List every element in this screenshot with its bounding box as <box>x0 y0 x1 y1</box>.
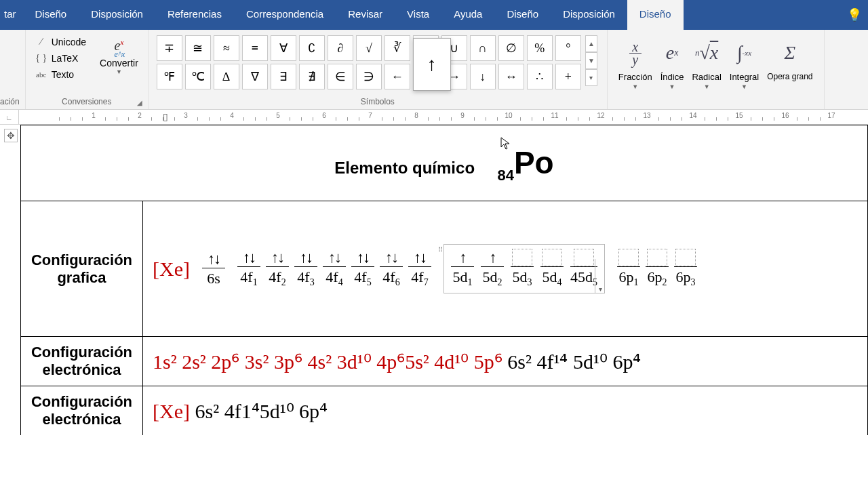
document-page: ✥ Elemento químico 84Po Configuración gr… <box>0 125 868 435</box>
table-move-handle[interactable]: ✥ <box>4 129 18 142</box>
convertir-button[interactable]: exe^x Convertir ▼ <box>96 35 142 78</box>
tab-design-active[interactable]: Diseño <box>627 0 684 30</box>
symbol-button[interactable]: ∛ <box>384 35 410 61</box>
group-conversiones-label: Conversiones◢ <box>31 96 142 108</box>
symbol-button[interactable]: ∴ <box>527 64 553 89</box>
tab-disposición[interactable]: Disposición <box>79 0 155 30</box>
row-label-elec2[interactable]: Configuración electrónica <box>21 386 143 436</box>
orbital: ↑↓4f3 <box>294 249 317 288</box>
scroll-more-icon[interactable]: ▾ <box>585 69 597 86</box>
orbital: 5d3 <box>511 249 534 288</box>
ec2-black: 6s² 4f1⁴5d¹⁰ 6p⁴ <box>190 400 328 422</box>
orbital: 6p3 <box>674 249 697 288</box>
symbol-button[interactable]: ∆ <box>214 64 239 89</box>
symbol-button[interactable]: ≅ <box>185 35 211 61</box>
symbol-button[interactable]: ≡ <box>242 35 268 61</box>
equation-options-icon[interactable]: ▾ <box>595 259 606 293</box>
tab-diseño[interactable]: Diseño <box>494 0 551 30</box>
tell-me-icon[interactable]: 💡 <box>841 0 868 30</box>
tab-referencias[interactable]: Referencias <box>155 0 234 30</box>
symbol-button[interactable]: ∅ <box>498 35 524 61</box>
tab-disposición[interactable]: Disposición <box>551 0 627 30</box>
unicode-button[interactable]: ∕Unicode <box>31 35 90 49</box>
symbol-button[interactable]: ∁ <box>299 35 325 61</box>
tab-ayuda[interactable]: Ayuda <box>441 0 494 30</box>
symbol-button[interactable]: √ <box>356 35 382 61</box>
indice-button[interactable]: exÍndice▼ <box>660 35 684 90</box>
row-label-elec1[interactable]: Configuración electrónica <box>21 337 143 386</box>
chevron-down-icon[interactable]: ▼ <box>632 83 638 90</box>
tab-stop-icon[interactable]: ∟ <box>0 110 19 125</box>
row-label-grafica[interactable]: Configuración grafica <box>21 201 143 337</box>
cell-elec2[interactable]: [Xe] 6s² 4f1⁴5d¹⁰ 6p⁴ <box>143 386 868 436</box>
orbital: ↑5d2 <box>481 249 504 288</box>
cell-elec1[interactable]: 1s² 2s² 2p⁶ 3s² 3p⁶ 4s² 3d¹⁰ 4p⁶5s² 4d¹⁰… <box>143 337 868 386</box>
symbol-button[interactable]: ↔ <box>498 64 524 89</box>
xe-core: [Xe] <box>153 258 190 281</box>
ruler[interactable]: ∟ 1234567891011121314151617▯ <box>0 110 868 125</box>
orbital: 5d4 <box>540 249 564 288</box>
symbol-button[interactable]: ℉ <box>157 64 182 89</box>
group-simbolos-label: Símbolos <box>154 96 601 108</box>
symbol-button[interactable]: ∇ <box>242 64 268 89</box>
symbols-scroll: ▲ ▼ ▾ <box>585 35 597 86</box>
tab-correspondencia[interactable]: Correspondencia <box>234 0 336 30</box>
title-text: Elemento químico <box>334 159 475 177</box>
symbol-button[interactable]: ∓ <box>157 35 182 61</box>
group-cut: ación <box>0 30 26 109</box>
texto-button[interactable]: abcTexto <box>31 68 90 81</box>
element-symbol: 84Po <box>497 145 553 180</box>
radical-button[interactable]: n√xRadical▼ <box>692 35 721 90</box>
symbol-button[interactable]: ° <box>555 35 581 61</box>
tab-cut[interactable]: tar <box>0 0 23 30</box>
orbital: ↑↓4f2 <box>266 249 289 288</box>
opgrande-button[interactable]: ΣOpera grand <box>767 35 812 81</box>
symbol-button[interactable]: % <box>527 35 553 61</box>
ec2-xe: [Xe] <box>153 400 190 422</box>
orbital: ↑↓4f6 <box>380 249 403 288</box>
symbol-button[interactable]: ∂ <box>328 35 353 61</box>
orbital: ↑↓4f1 <box>237 249 260 288</box>
scroll-down-icon[interactable]: ▼ <box>585 52 597 69</box>
symbol-button[interactable]: ≈ <box>214 35 239 61</box>
chevron-down-icon[interactable]: ▼ <box>741 83 747 90</box>
scroll-up-icon[interactable]: ▲ <box>585 35 597 52</box>
symbol-button[interactable]: ← <box>384 64 410 89</box>
symbol-button[interactable]: ∈ <box>328 64 353 89</box>
chevron-down-icon[interactable]: ▼ <box>116 68 122 75</box>
symbol-button[interactable]: ↑ <box>413 38 451 91</box>
orbital: 6p1 <box>617 249 640 288</box>
group-simbolos: ▲ ▼ ▾ ∓≅≈≡∀∁∂√∛∜∪∩∅%°℉℃∆∇∃∄∈∋←↑→↓↔∴+ Sím… <box>149 30 608 109</box>
orbital: 6p2 <box>646 249 669 288</box>
tab-vista[interactable]: Vista <box>395 0 441 30</box>
symbol-button[interactable]: ∀ <box>271 35 296 61</box>
tab-diseño[interactable]: Diseño <box>23 0 79 30</box>
ribbon-body: ación ∕Unicode { }LaTeX abcTexto exe^x C… <box>0 30 868 110</box>
symbol-button[interactable]: ↓ <box>470 64 496 89</box>
symbol-button[interactable]: ℃ <box>185 64 211 89</box>
equation-selection[interactable]: ⠿↑5d1↑5d2 5d3 5d4 45d5▾ <box>443 244 605 293</box>
header-cell[interactable]: Elemento químico 84Po <box>21 125 868 201</box>
ec-black: 6s² 4f¹⁴ 5d¹⁰ 6p⁴ <box>502 350 642 373</box>
chevron-down-icon[interactable]: ▼ <box>704 83 710 90</box>
dialog-launcher-icon[interactable]: ◢ <box>137 99 142 106</box>
orbital: ↑5d1 <box>451 249 474 288</box>
chevron-down-icon[interactable]: ▼ <box>669 83 675 90</box>
cell-grafica[interactable]: [Xe]↑↓6s↑↓4f1↑↓4f2↑↓4f3↑↓4f4↑↓4f5↑↓4f6↑↓… <box>143 201 868 337</box>
orbital: ↑↓4f5 <box>351 249 374 288</box>
group-cut-label: ación <box>0 96 20 108</box>
latex-button[interactable]: { }LaTeX <box>31 52 90 65</box>
fraccion-button[interactable]: xyFracción▼ <box>618 35 652 90</box>
orbital: ↑↓4f7 <box>408 249 431 288</box>
tab-revisar[interactable]: Revisar <box>336 0 395 30</box>
ribbon-tabs: tar DiseñoDisposiciónReferenciasCorrespo… <box>0 0 868 30</box>
symbol-button[interactable]: ∩ <box>470 35 496 61</box>
symbol-button[interactable]: ∋ <box>356 64 382 89</box>
group-conversiones: ∕Unicode { }LaTeX abcTexto exe^x Convert… <box>26 30 149 109</box>
ec-red: 1s² 2s² 2p⁶ 3s² 3p⁶ 4s² 3d¹⁰ 4p⁶5s² 4d¹⁰… <box>153 350 502 373</box>
integral-button[interactable]: ∫-xxIntegral▼ <box>730 35 759 90</box>
symbol-button[interactable]: ∄ <box>299 64 325 89</box>
symbol-button[interactable]: ∃ <box>271 64 296 89</box>
doc-table: Elemento químico 84Po Configuración graf… <box>20 125 868 435</box>
symbol-button[interactable]: + <box>555 64 581 89</box>
